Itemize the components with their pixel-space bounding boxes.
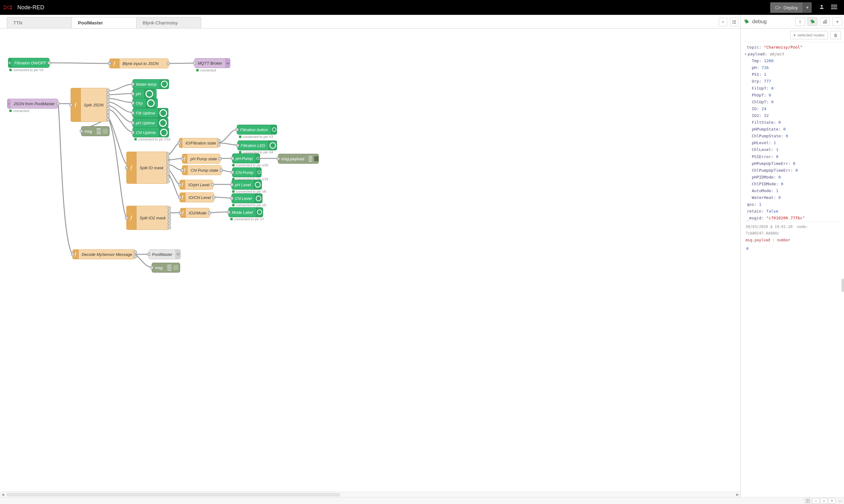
payload-row: ChlUpT: 0 bbox=[743, 99, 843, 106]
node-label: PoolMaster bbox=[149, 252, 176, 257]
filter-label: selected nodes bbox=[797, 33, 825, 37]
main-menu-icon[interactable] bbox=[828, 4, 840, 11]
node-ph-pump[interactable]: pH-Pump bbox=[232, 154, 260, 163]
debug-toggle[interactable] bbox=[173, 265, 178, 270]
node-io-filtration-state[interactable]: ƒIO/Filtration state bbox=[179, 138, 219, 148]
node-filtration-button[interactable]: Filtration button bbox=[237, 125, 277, 134]
node-label: pH Uptime bbox=[133, 121, 158, 125]
node-filtration-led[interactable]: Filtration LED bbox=[237, 141, 277, 150]
scroll-thumb[interactable] bbox=[7, 493, 340, 496]
node-ph-uptime[interactable]: pH Uptime bbox=[132, 118, 168, 128]
zoom-reset-button[interactable]: ○ bbox=[820, 498, 828, 504]
tab-poolmaster[interactable]: PoolMaster bbox=[72, 17, 137, 28]
scroll-left-arrow[interactable]: ◀ bbox=[0, 492, 5, 497]
svg-point-22 bbox=[272, 128, 276, 131]
add-tab-button[interactable]: ＋ bbox=[719, 18, 727, 26]
filter-button[interactable]: ▾ selected nodes bbox=[790, 31, 828, 39]
globe-icon bbox=[271, 125, 277, 134]
deploy-button[interactable]: Deploy bbox=[770, 2, 803, 13]
node-mode-label[interactable]: Mode Label bbox=[229, 207, 263, 217]
node-msg-payload[interactable]: msg.payload bbox=[278, 154, 319, 164]
svg-rect-6 bbox=[831, 5, 837, 5]
sidebar-title: debug bbox=[752, 19, 767, 25]
node-poolmaster-link[interactable]: PoolMaster bbox=[148, 249, 181, 259]
wifi-icon bbox=[225, 58, 230, 68]
node-label: msg bbox=[82, 129, 95, 134]
payload-row: pHLevel: 1 bbox=[743, 140, 843, 146]
zoom-in-button[interactable]: ＋ bbox=[828, 498, 836, 504]
debug-output[interactable]: topic: "Charmoisy/Pool" ▾payload: object… bbox=[741, 42, 844, 497]
node-filtration-onoff[interactable]: Filtration ON/OFF bbox=[8, 58, 50, 68]
node-blynk-to-json[interactable]: ƒBlynk input to JSON bbox=[109, 58, 169, 68]
deploy-label: Deploy bbox=[783, 5, 798, 10]
node-decode-mysensor[interactable]: ƒDecode MySensor Message bbox=[72, 249, 136, 259]
globe-icon bbox=[160, 79, 169, 89]
node-chl-pump[interactable]: Chl-Pump bbox=[232, 167, 262, 177]
dashboard-tab-button[interactable] bbox=[820, 17, 830, 26]
node-msg-debug2[interactable]: msg bbox=[152, 263, 180, 273]
debug-toggle[interactable] bbox=[103, 129, 108, 134]
twisty-icon[interactable]: ▾ bbox=[744, 52, 747, 56]
deploy-menu-caret[interactable]: ▾ bbox=[803, 2, 812, 13]
vscroll-thumb[interactable] bbox=[842, 279, 844, 292]
node-ph-level[interactable]: pH Level bbox=[232, 180, 262, 190]
node-label: Filt Uptime bbox=[133, 111, 158, 115]
svg-point-3 bbox=[4, 8, 5, 9]
node-label: IO/Filtration state bbox=[182, 141, 219, 145]
tab-blynk[interactable]: Blynk-Charmoisy bbox=[136, 17, 201, 28]
debug-handle-icon bbox=[309, 156, 312, 162]
node-split-io-mask[interactable]: ƒ Split IO mask bbox=[126, 151, 168, 184]
node-label: Orp bbox=[133, 101, 146, 106]
node-chl-uptime[interactable]: Chl Uptime bbox=[132, 127, 169, 137]
svg-point-18 bbox=[147, 100, 154, 106]
user-icon[interactable] bbox=[815, 4, 828, 11]
node-label: IO/pH Level bbox=[185, 182, 213, 187]
node-io-chl-level[interactable]: ƒIO/Chl Level bbox=[180, 193, 214, 202]
node-io2-mode[interactable]: ƒIO2/Mode bbox=[180, 208, 210, 218]
node-chl-pump-state[interactable]: ƒChl Pump state bbox=[182, 165, 221, 175]
node-ph[interactable]: pH bbox=[132, 89, 157, 99]
svg-rect-8 bbox=[831, 8, 837, 9]
payload-row: AutoMode: 1 bbox=[743, 187, 843, 194]
link-icon bbox=[176, 250, 180, 259]
payload-row: PSI: 1 bbox=[743, 71, 843, 78]
tab-ttn[interactable]: TTN bbox=[7, 17, 72, 28]
debug-toggle[interactable] bbox=[314, 156, 319, 161]
node-split-io2-mask[interactable]: ƒ Split IO2 mask bbox=[126, 206, 169, 230]
node-split-json[interactable]: ƒ Split JSON bbox=[71, 88, 108, 122]
node-label: Filtration LED bbox=[238, 143, 268, 148]
panel-toggle-icon[interactable]: ▭ bbox=[838, 499, 842, 503]
payload-row: PSIError: 0 bbox=[743, 154, 843, 160]
svg-rect-4 bbox=[776, 6, 779, 9]
node-filt-uptime[interactable]: Filt Uptime bbox=[132, 108, 168, 118]
node-orp[interactable]: Orp bbox=[132, 98, 158, 108]
node-io-ph-level[interactable]: ƒIO/pH Level bbox=[180, 180, 213, 190]
node-mqtt-broker[interactable]: MQTT Broker bbox=[194, 58, 230, 68]
node-ph-pump-state[interactable]: ƒpH Pump state bbox=[182, 154, 220, 164]
hscrollbar[interactable]: ◀ ▶ bbox=[0, 492, 740, 497]
sidebar-menu-caret[interactable]: ▾ bbox=[832, 17, 842, 26]
zoom-out-button[interactable]: − bbox=[812, 498, 820, 504]
clear-debug-button[interactable]: 🗑 bbox=[830, 31, 841, 39]
payload-row: FiltState: 0 bbox=[743, 119, 843, 126]
svg-rect-31 bbox=[823, 22, 824, 23]
tab-list-button[interactable] bbox=[730, 18, 738, 26]
node-water-temp[interactable]: Water temp bbox=[132, 79, 169, 89]
node-label: Blynk input to JSON bbox=[120, 61, 162, 66]
scroll-right-arrow[interactable]: ▶ bbox=[735, 492, 740, 497]
node-json-from-poolmaster[interactable]: JSON from PoolMaster bbox=[7, 99, 58, 109]
node-label: Chl Pump state bbox=[187, 168, 221, 173]
node-label: IO2/Mode bbox=[186, 211, 210, 215]
node-chl-level[interactable]: Chl Level bbox=[232, 193, 263, 203]
filter-icon: ▾ bbox=[793, 33, 796, 37]
info-tab-button[interactable]: i bbox=[795, 17, 805, 26]
app-title: Node-RED bbox=[17, 4, 44, 11]
debug-tab-button[interactable]: 🪲 bbox=[807, 17, 818, 26]
globe-icon bbox=[146, 98, 156, 108]
node-msg-debug1[interactable]: msg bbox=[81, 126, 110, 136]
navigator-button[interactable] bbox=[804, 498, 811, 504]
svg-point-17 bbox=[146, 90, 152, 97]
globe-icon bbox=[159, 128, 169, 137]
globe-icon bbox=[268, 141, 277, 150]
svg-point-9 bbox=[732, 20, 733, 21]
